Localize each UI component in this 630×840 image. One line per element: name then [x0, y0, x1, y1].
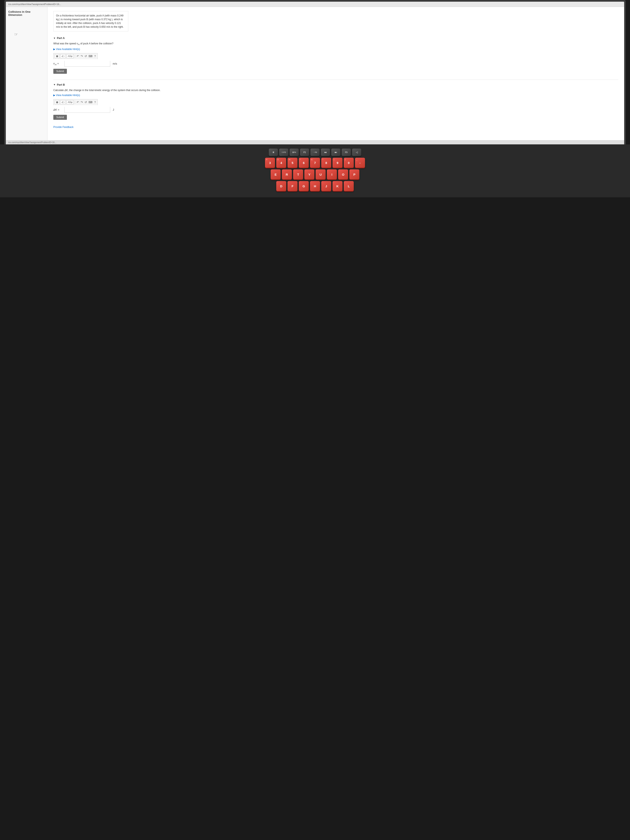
toolbar-a-sqrt-btn[interactable]: √□	[60, 54, 66, 58]
cursor-icon: ☞	[14, 32, 18, 37]
key-e[interactable]: E	[271, 169, 281, 179]
key-8[interactable]: * 8	[321, 158, 331, 168]
feedback-link[interactable]: Provide Feedback	[53, 126, 618, 128]
key-u[interactable]: U	[316, 169, 325, 179]
problem-description: On a frictionless horizontal air table, …	[53, 11, 128, 32]
key-brightness[interactable]: ☀	[269, 148, 278, 156]
part-b-answer-input[interactable]	[65, 107, 110, 113]
toolbar-b-redo-btn[interactable]: ↷	[80, 100, 83, 104]
part-b-hint-link[interactable]: ▶ View Available Hint(s)	[53, 94, 618, 97]
key-k[interactable]: K	[333, 181, 343, 191]
key-4[interactable]: $ 4	[276, 158, 286, 168]
part-a-submit-button[interactable]: Submit	[53, 69, 67, 74]
number-key-row: # 3 $ 4 % 5 ^ 6 & 7 * 8 ( 9 ) 0	[265, 158, 365, 168]
sidebar-title: Collisions in One Dimension	[8, 10, 45, 16]
part-b-answer-row: ΔK = J	[53, 107, 618, 113]
part-b-submit-button[interactable]: Submit	[53, 115, 67, 120]
toolbar-b-matrix-btn[interactable]: ▦	[55, 100, 59, 104]
toolbar-a-help-btn[interactable]: ?	[94, 54, 96, 58]
key-j[interactable]: J	[321, 181, 331, 191]
toolbar-b-undo-btn[interactable]: ↶	[76, 100, 79, 104]
part-a-section: ▼ Part A What was the speed vAi of puck …	[53, 36, 618, 74]
part-a-question: What was the speed vAi of puck A before …	[53, 42, 618, 46]
toolbar-a-keyboard-btn[interactable]: ⌨	[88, 54, 93, 58]
part-a-answer-input[interactable]	[65, 61, 110, 67]
key-7[interactable]: & 7	[310, 158, 320, 168]
browser-bar: ics.com/myct/itemView?assignmentProblemI…	[6, 2, 624, 7]
key-d[interactable]: D	[276, 181, 286, 191]
toolbar-a-refresh-btn[interactable]: ↺	[84, 54, 87, 58]
key-f6[interactable]: ⏮	[321, 148, 330, 156]
fn-key-row: ☀ 80 F3 ⊞ F4 F5 ⋯ F6 ⏮ ⏭ F9 ◁	[269, 148, 361, 156]
key-9[interactable]: ( 9	[333, 158, 343, 168]
key-f9[interactable]: ◁	[352, 148, 361, 156]
key-i[interactable]: I	[327, 169, 337, 179]
part-b-section: ▼ Part B Calculate ΔK, the change in the…	[53, 83, 618, 121]
part-a-toolbar: ▦ √□ AΣφ ↶ ↷ ↺ ⌨ ?	[53, 53, 98, 59]
url-display: ics.com/myct/itemView?assignmentProblemI…	[8, 3, 61, 5]
url-text: ics.com/myct/itemView?assignmentProblemI…	[8, 141, 56, 144]
part-a-title: Part A	[57, 36, 65, 39]
key-0[interactable]: ) 0	[344, 158, 354, 168]
toolbar-b-refresh-btn[interactable]: ↺	[84, 100, 87, 104]
part-b-title: Part B	[57, 83, 65, 86]
part-b-answer-unit: J	[113, 108, 114, 111]
part-b-answer-label: ΔK =	[53, 108, 63, 111]
toolbar-b-sep1	[75, 101, 75, 104]
key-f7[interactable]: ⏭	[331, 148, 340, 156]
key-r[interactable]: R	[282, 169, 292, 179]
part-a-hint-link[interactable]: ▶ View Available Hint(s)	[53, 48, 618, 51]
key-minus[interactable]: _ -	[355, 158, 365, 168]
toolbar-b-greek-btn[interactable]: AΣφ	[66, 100, 74, 104]
toolbar-a-greek-btn[interactable]: AΣφ	[66, 54, 74, 58]
key-f3[interactable]: ⊞ F4	[290, 148, 299, 156]
toolbar-a-undo-btn[interactable]: ↶	[76, 54, 79, 58]
toolbar-a-sep1	[75, 55, 75, 58]
key-f4[interactable]: F5	[300, 148, 309, 156]
part-b-header[interactable]: ▼ Part B	[53, 83, 618, 86]
url-bar: ics.com/myct/itemView?assignmentProblemI…	[6, 140, 624, 144]
part-a-answer-row: vAi = m/s	[53, 61, 618, 67]
top-letter-row: E R T Y U I O P	[271, 169, 359, 179]
part-b-question: Calculate ΔK, the change in the total ki…	[53, 88, 618, 92]
toolbar-b-keyboard-btn[interactable]: ⌨	[88, 100, 93, 104]
part-b-toolbar: ▦ √□ AΣφ ↶ ↷ ↺ ⌨ ?	[53, 99, 98, 105]
part-a-header[interactable]: ▼ Part A	[53, 36, 618, 39]
sidebar: Collisions in One Dimension ☞	[6, 7, 47, 140]
toolbar-b-help-btn[interactable]: ?	[94, 100, 96, 104]
key-t[interactable]: T	[293, 169, 303, 179]
key-f[interactable]: F	[287, 181, 297, 191]
key-f2[interactable]: 80 F3	[279, 148, 288, 156]
mid-letter-row: D F G H J K L	[276, 181, 354, 191]
key-5[interactable]: % 5	[287, 158, 297, 168]
toolbar-a-matrix-btn[interactable]: ▦	[55, 54, 59, 58]
part-a-answer-label: vAi =	[53, 62, 63, 66]
main-content: On a frictionless horizontal air table, …	[47, 7, 624, 140]
key-p[interactable]: P	[349, 169, 359, 179]
key-o[interactable]: O	[338, 169, 348, 179]
toolbar-a-redo-btn[interactable]: ↷	[80, 54, 83, 58]
key-f8[interactable]: F9	[342, 148, 351, 156]
part-a-arrow: ▼	[53, 37, 55, 39]
key-l[interactable]: L	[344, 181, 354, 191]
key-h[interactable]: H	[310, 181, 320, 191]
key-3[interactable]: # 3	[265, 158, 275, 168]
key-6[interactable]: ^ 6	[299, 158, 309, 168]
key-y[interactable]: Y	[305, 169, 314, 179]
part-b-arrow: ▼	[53, 83, 55, 86]
part-a-answer-unit: m/s	[113, 62, 117, 65]
key-g[interactable]: G	[299, 181, 309, 191]
key-f5[interactable]: ⋯ F6	[310, 148, 320, 156]
toolbar-b-sqrt-btn[interactable]: √□	[60, 100, 66, 104]
keyboard-area: ☀ 80 F3 ⊞ F4 F5 ⋯ F6 ⏮ ⏭ F9 ◁ # 3 $ 4 %	[0, 144, 630, 197]
